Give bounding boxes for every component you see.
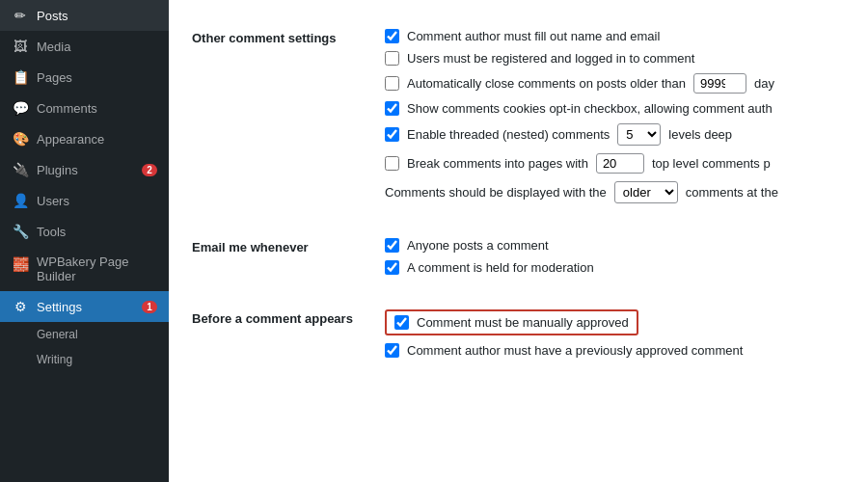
sidebar-label-plugins: Plugins [37, 163, 134, 177]
appearance-icon: 🎨 [12, 131, 29, 147]
settings-table: Other comment settings Comment author mu… [192, 19, 845, 367]
sidebar-item-appearance[interactable]: 🎨 Appearance [0, 123, 169, 154]
sidebar-item-comments[interactable]: 💬 Comments [0, 93, 169, 123]
label-author-name-email: Comment author must fill out name and em… [407, 29, 660, 43]
option-display-order: Comments should be displayed with the ol… [385, 177, 845, 207]
label-comment-pages: Break comments into pages with [407, 156, 588, 171]
label-registered: Users must be registered and logged in t… [407, 51, 694, 66]
email-me-whenever-options: Anyone posts a comment A comment is held… [385, 228, 845, 284]
option-manually-approved-wrapper: Comment must be manually approved [385, 306, 845, 339]
sidebar-item-wpbakery[interactable]: 🧱 WPBakery Page Builder [0, 247, 169, 291]
sidebar-item-posts[interactable]: ✏ Posts [0, 0, 169, 31]
users-icon: 👤 [12, 193, 29, 208]
email-me-whenever-label: Email me whenever [192, 228, 385, 284]
checkbox-author-name-email[interactable] [385, 29, 399, 43]
checkbox-threaded[interactable] [385, 127, 399, 142]
checkbox-registered[interactable] [385, 51, 399, 66]
label-previously-approved: Comment author must have a previously ap… [407, 343, 743, 358]
sidebar-label-comments: Comments [37, 101, 157, 116]
sidebar: ✏ Posts 🖼 Media 📋 Pages 💬 Comments 🎨 App… [0, 0, 169, 482]
before-comment-appears-label: Before a comment appears [192, 300, 385, 367]
before-comment-appears-row: Before a comment appears Comment must be… [192, 300, 845, 367]
comment-pages-suffix: top level comments p [652, 156, 771, 171]
checkbox-held-moderation[interactable] [385, 260, 399, 275]
email-me-whenever-row: Email me whenever Anyone posts a comment… [192, 228, 845, 284]
posts-icon: ✏ [12, 8, 29, 23]
sidebar-label-settings: Settings [37, 300, 134, 314]
sidebar-label-users: Users [37, 194, 157, 208]
plugins-icon: 🔌 [12, 162, 29, 177]
pages-icon: 📋 [12, 69, 29, 85]
checkbox-cookies[interactable] [385, 101, 399, 116]
option-previously-approved: Comment author must have a previously ap… [385, 339, 845, 362]
sidebar-item-media[interactable]: 🖼 Media [0, 31, 169, 62]
sidebar-item-pages[interactable]: 📋 Pages [0, 62, 169, 93]
settings-badge: 1 [142, 301, 157, 313]
sidebar-item-settings[interactable]: ⚙ Settings 1 [0, 291, 169, 322]
auto-close-days-input[interactable] [693, 73, 746, 94]
option-auto-close: Automatically close comments on posts ol… [385, 69, 845, 97]
sidebar-label-tools: Tools [37, 225, 157, 239]
checkbox-comment-pages[interactable] [385, 156, 399, 171]
comment-pages-input[interactable] [596, 153, 644, 174]
auto-close-suffix: day [754, 76, 774, 91]
sidebar-label-posts: Posts [37, 9, 157, 23]
display-order-select[interactable]: oldernewer [614, 181, 678, 203]
sidebar-subitem-writing[interactable]: Writing [0, 347, 169, 372]
option-author-name-email: Comment author must fill out name and em… [385, 25, 845, 47]
tools-icon: 🔧 [12, 224, 29, 239]
sidebar-item-users[interactable]: 👤 Users [0, 185, 169, 216]
sidebar-subitem-general[interactable]: General [0, 322, 169, 347]
label-manually-approved: Comment must be manually approved [417, 315, 629, 330]
option-registered: Users must be registered and logged in t… [385, 47, 845, 69]
sidebar-item-plugins[interactable]: 🔌 Plugins 2 [0, 154, 169, 185]
other-comment-settings-label: Other comment settings [192, 19, 385, 213]
label-auto-close: Automatically close comments on posts ol… [407, 76, 686, 91]
comments-icon: 💬 [12, 100, 29, 116]
option-manually-approved: Comment must be manually approved [385, 309, 638, 335]
other-comment-settings-options: Comment author must fill out name and em… [385, 19, 845, 213]
threaded-suffix: levels deep [668, 127, 732, 142]
option-anyone-posts: Anyone posts a comment [385, 234, 845, 256]
sidebar-label-appearance: Appearance [37, 132, 157, 147]
option-held-moderation: A comment is held for moderation [385, 256, 845, 279]
checkbox-previously-approved[interactable] [385, 343, 399, 358]
before-comment-appears-options: Comment must be manually approved Commen… [385, 300, 845, 367]
checkbox-manually-approved[interactable] [394, 315, 409, 330]
display-order-suffix: comments at the [686, 185, 778, 200]
checkbox-anyone-posts[interactable] [385, 238, 399, 253]
option-comment-pages: Break comments into pages with top level… [385, 149, 845, 177]
option-cookies: Show comments cookies opt-in checkbox, a… [385, 97, 845, 120]
plugins-badge: 2 [142, 164, 157, 176]
other-comment-settings-row: Other comment settings Comment author mu… [192, 19, 845, 213]
label-held-moderation: A comment is held for moderation [407, 260, 594, 275]
sidebar-label-pages: Pages [37, 70, 157, 85]
sidebar-label-wpbakery: WPBakery Page Builder [37, 254, 157, 283]
label-display-order: Comments should be displayed with the [385, 185, 607, 200]
media-icon: 🖼 [12, 39, 29, 54]
label-anyone-posts: Anyone posts a comment [407, 238, 549, 253]
option-threaded: Enable threaded (nested) comments 123456… [385, 120, 845, 149]
main-content: Other comment settings Comment author mu… [169, 0, 868, 482]
sidebar-item-tools[interactable]: 🔧 Tools [0, 216, 169, 247]
threaded-depth-select[interactable]: 12345678910 [617, 123, 661, 146]
wpbakery-icon: 🧱 [12, 256, 29, 272]
sidebar-label-media: Media [37, 40, 157, 54]
label-cookies: Show comments cookies opt-in checkbox, a… [407, 101, 773, 116]
label-threaded: Enable threaded (nested) comments [407, 127, 610, 142]
settings-icon: ⚙ [12, 299, 29, 314]
checkbox-auto-close[interactable] [385, 76, 399, 91]
